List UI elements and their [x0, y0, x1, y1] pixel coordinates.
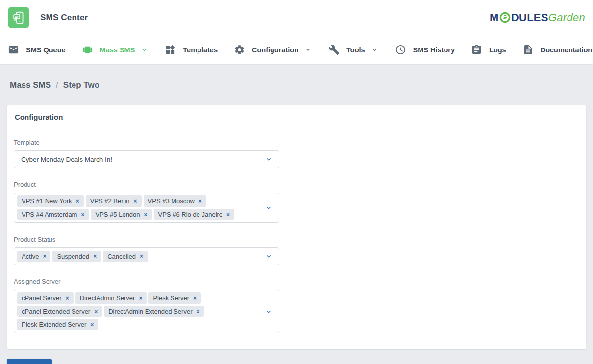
server-tag: Plesk Server×: [148, 292, 201, 304]
assigned-server-multiselect[interactable]: cPanel Server× DirectAdmin Server× Plesk…: [14, 290, 279, 333]
chevron-down-icon: [265, 308, 272, 315]
breadcrumb-section[interactable]: Mass SMS: [10, 80, 51, 90]
phone-chat-icon: [11, 10, 26, 25]
template-select[interactable]: Cyber Monday Deals March In!: [14, 150, 279, 168]
product-status-multiselect[interactable]: Active× Suspended× Cancelled×: [14, 247, 279, 265]
assigned-server-label: Assigned Server: [14, 278, 578, 285]
nav-item-configuration[interactable]: Configuration: [234, 44, 312, 55]
logo-text-garden: Garden: [548, 11, 585, 24]
tag-remove-icon[interactable]: ×: [196, 309, 199, 315]
tag-remove-icon[interactable]: ×: [94, 309, 98, 315]
mass-sms-icon: [82, 44, 93, 55]
clock-icon: [395, 44, 406, 55]
tag-remove-icon[interactable]: ×: [81, 212, 84, 218]
widgets-icon: [165, 44, 176, 55]
sms-center-app-icon: [8, 7, 29, 28]
nav-label: Tools: [346, 46, 365, 54]
product-tag: VPS #5 London×: [91, 209, 151, 220]
card-body: Template Cyber Monday Deals March In! Pr…: [7, 128, 586, 349]
server-tag: DirectAdmin Server×: [75, 292, 147, 304]
chevron-down-icon: [140, 46, 148, 54]
chevron-down-icon: [265, 252, 272, 260]
template-field-group: Template Cyber Monday Deals March In!: [14, 139, 578, 168]
server-tag: DirectAdmin Extended Server×: [104, 306, 204, 317]
nav-item-mass-sms[interactable]: Mass SMS: [82, 44, 149, 55]
tag-remove-icon[interactable]: ×: [134, 198, 137, 204]
nav-label: Templates: [183, 46, 218, 54]
nav-item-tools[interactable]: Tools: [328, 44, 379, 55]
product-tag: VPS #2 Berlin×: [86, 195, 142, 207]
tag-label: VPS #4 Amsterdam: [22, 211, 77, 218]
tag-label: VPS #3 Moscow: [148, 197, 195, 205]
tag-label: Plesk Server: [153, 294, 189, 302]
nav-label: Mass SMS: [100, 46, 135, 54]
modulesgarden-logo: M DULES Garden: [490, 11, 585, 24]
chevron-down-icon: [371, 46, 379, 54]
chevron-down-icon: [265, 204, 272, 212]
tag-remove-icon[interactable]: ×: [90, 322, 94, 328]
logo-text-dules: DULES: [511, 11, 548, 24]
main-nav: SMS Queue Mass SMS Templates Configurati…: [0, 35, 593, 64]
tag-remove-icon[interactable]: ×: [226, 212, 230, 218]
tag-label: Plesk Extended Server: [22, 321, 86, 328]
breadcrumb-separator: /: [51, 80, 63, 90]
tag-label: VPS #6 Rio de Janeiro: [158, 211, 223, 218]
server-tag: cPanel Server×: [17, 292, 74, 304]
product-multiselect[interactable]: VPS #1 New York× VPS #2 Berlin× VPS #3 M…: [14, 193, 279, 223]
tag-remove-icon[interactable]: ×: [76, 198, 79, 204]
configuration-card: Configuration Template Cyber Monday Deal…: [7, 105, 586, 349]
nav-item-documentation[interactable]: Documentation: [522, 44, 593, 55]
tag-label: Active: [22, 253, 39, 260]
logo-text-m: M: [490, 11, 499, 24]
nav-item-logs[interactable]: Logs: [471, 44, 506, 55]
document-icon: [522, 44, 534, 55]
nav-label: SMS History: [413, 46, 455, 54]
server-tag: Plesk Extended Server×: [17, 319, 98, 330]
tag-remove-icon[interactable]: ×: [43, 253, 46, 259]
status-tag: Suspended×: [52, 251, 101, 262]
tag-label: VPS #1 New York: [22, 197, 72, 205]
app-header: SMS Center M DULES Garden: [0, 0, 593, 35]
tag-remove-icon[interactable]: ×: [139, 295, 142, 301]
email-icon: [8, 44, 19, 55]
status-tag: Cancelled×: [103, 251, 148, 262]
template-label: Template: [14, 139, 578, 146]
gear-icon: [234, 44, 245, 55]
status-tag: Active×: [17, 251, 50, 262]
nav-label: SMS Queue: [26, 46, 66, 54]
product-status-field-group: Product Status Active× Suspended× Cancel…: [14, 236, 578, 265]
tag-label: VPS #2 Berlin: [90, 197, 130, 205]
nav-label: Configuration: [252, 46, 298, 54]
product-tag: VPS #6 Rio de Janeiro×: [154, 209, 235, 220]
server-tag: cPanel Extended Server×: [17, 306, 102, 317]
tag-remove-icon[interactable]: ×: [93, 253, 97, 259]
assigned-server-field-group: Assigned Server cPanel Server× DirectAdm…: [14, 278, 578, 333]
product-status-label: Product Status: [14, 236, 578, 243]
chevron-down-icon: [304, 46, 312, 54]
tag-remove-icon[interactable]: ×: [144, 212, 148, 218]
nav-item-sms-history[interactable]: SMS History: [395, 44, 455, 55]
tag-remove-icon[interactable]: ×: [66, 295, 69, 301]
next-step-button[interactable]: Next Step: [7, 359, 52, 364]
tag-label: VPS #5 London: [95, 211, 140, 218]
card-title: Configuration: [7, 105, 586, 128]
clipboard-icon: [471, 44, 482, 55]
nav-label: Logs: [489, 46, 506, 54]
product-tag: VPS #1 New York×: [17, 195, 84, 207]
tag-remove-icon[interactable]: ×: [198, 198, 202, 204]
breadcrumb: Mass SMS / Step Two: [0, 64, 593, 90]
product-label: Product: [14, 181, 578, 188]
page-title: SMS Center: [40, 13, 88, 23]
globe-icon: [499, 12, 511, 23]
nav-item-templates[interactable]: Templates: [165, 44, 218, 55]
tag-remove-icon[interactable]: ×: [193, 295, 197, 301]
tag-label: Suspended: [57, 253, 89, 260]
tag-remove-icon[interactable]: ×: [140, 253, 143, 259]
tag-label: cPanel Server: [22, 294, 62, 302]
wrench-icon: [328, 44, 340, 55]
nav-item-sms-queue[interactable]: SMS Queue: [8, 44, 66, 55]
tag-label: DirectAdmin Extended Server: [108, 308, 192, 315]
tag-label: cPanel Extended Server: [22, 308, 90, 315]
breadcrumb-page: Step Two: [63, 80, 99, 90]
product-field-group: Product VPS #1 New York× VPS #2 Berlin× …: [14, 181, 578, 223]
